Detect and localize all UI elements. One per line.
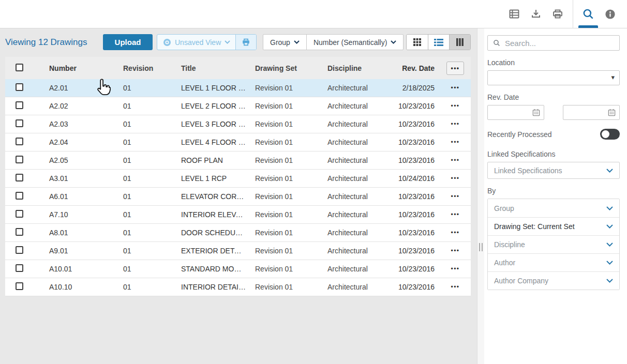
column-header-discipline[interactable]: Discipline: [318, 64, 376, 72]
drawing-log-icon[interactable]: [503, 0, 525, 28]
row-checkbox[interactable]: [16, 119, 23, 127]
list-view-button[interactable]: [428, 35, 449, 50]
cell-number[interactable]: A3.01: [36, 174, 114, 183]
row-actions-button[interactable]: •••: [451, 121, 459, 127]
by-filter-dropdown[interactable]: Drawing Set: Current Set: [488, 217, 619, 235]
cell-number[interactable]: A9.01: [36, 247, 114, 255]
cell-number[interactable]: A2.02: [36, 102, 114, 110]
cell-discipline: Architectural: [318, 174, 376, 183]
group-dropdown[interactable]: Group: [263, 35, 306, 50]
recently-processed-toggle[interactable]: [600, 129, 620, 140]
linked-specifications-dropdown[interactable]: Linked Specifications: [487, 162, 620, 179]
cell-number[interactable]: A2.01: [36, 84, 114, 92]
table-row[interactable]: A7.10 01 INTERIOR ELEVATIO... Revision 0…: [5, 206, 471, 224]
cell-title[interactable]: ROOF PLAN: [172, 156, 246, 164]
grid-view-icon: [413, 38, 422, 47]
info-icon[interactable]: [599, 0, 621, 28]
row-actions-button[interactable]: •••: [451, 85, 459, 91]
cell-number[interactable]: A2.05: [36, 156, 114, 164]
row-actions-button[interactable]: •••: [451, 211, 459, 218]
table-row[interactable]: A2.05 01 ROOF PLAN Revision 01 Architect…: [5, 151, 471, 170]
by-filter-dropdown[interactable]: Author: [488, 253, 619, 271]
table-options-button[interactable]: •••: [446, 62, 464, 75]
row-checkbox[interactable]: [16, 192, 23, 200]
rev-date-to-input[interactable]: [563, 105, 620, 120]
row-checkbox[interactable]: [16, 210, 23, 218]
cell-title[interactable]: LEVEL 4 FLOOR PLAN: [172, 138, 246, 146]
cell-title[interactable]: EXTERIOR DETAILS: [172, 247, 246, 255]
row-actions-button[interactable]: •••: [451, 248, 459, 254]
column-header-drawing-set[interactable]: Drawing Set: [246, 64, 318, 72]
row-actions-button[interactable]: •••: [451, 266, 459, 272]
table-row[interactable]: A2.04 01 LEVEL 4 FLOOR PLAN Revision 01 …: [5, 133, 471, 151]
row-actions-button[interactable]: •••: [451, 175, 459, 181]
column-header-revision[interactable]: Revision: [114, 64, 172, 72]
table-row[interactable]: A9.01 01 EXTERIOR DETAILS Revision 01 Ar…: [5, 242, 471, 260]
panel-resize-gutter[interactable]: [477, 28, 484, 364]
print-view-button[interactable]: [235, 35, 256, 50]
download-icon[interactable]: [525, 0, 547, 28]
search-icon[interactable]: [577, 0, 599, 28]
column-view-button[interactable]: [449, 35, 470, 50]
column-header-number[interactable]: Number: [36, 64, 114, 72]
cell-number[interactable]: A2.04: [36, 138, 114, 146]
row-checkbox[interactable]: [16, 264, 23, 272]
select-all-checkbox[interactable]: [16, 64, 23, 71]
table-row[interactable]: A2.01 01 LEVEL 1 FLOOR PLAN Revision 01 …: [5, 79, 471, 97]
table-row[interactable]: A3.01 01 LEVEL 1 RCP Revision 01 Archite…: [5, 170, 471, 188]
sort-dropdown[interactable]: Number (Semantically): [306, 35, 403, 50]
row-checkbox[interactable]: [16, 228, 23, 236]
print-icon[interactable]: [547, 0, 569, 28]
table-row[interactable]: A10.01 01 STANDARD MOUNTI... Revision 01…: [5, 260, 471, 278]
row-checkbox[interactable]: [16, 138, 23, 145]
calendar-icon: [608, 109, 616, 116]
cell-title[interactable]: INTERIOR DETAILS: [172, 283, 246, 291]
row-actions-button[interactable]: •••: [451, 284, 459, 290]
cell-number[interactable]: A8.01: [36, 229, 114, 237]
table-row[interactable]: A6.01 01 ELEVATOR CORE PL... Revision 01…: [5, 188, 471, 206]
cell-number[interactable]: A6.01: [36, 192, 114, 201]
by-filter-dropdown[interactable]: Group: [488, 199, 619, 217]
column-header-rev-date[interactable]: Rev. Date: [376, 64, 440, 72]
table-row[interactable]: A2.03 01 LEVEL 3 FLOOR PLAN Revision 01 …: [5, 115, 471, 133]
row-actions-button[interactable]: •••: [451, 193, 459, 200]
upload-button[interactable]: Upload: [103, 34, 153, 50]
row-checkbox[interactable]: [16, 101, 23, 109]
row-checkbox[interactable]: [16, 246, 23, 254]
cell-title[interactable]: ELEVATOR CORE PL...: [172, 192, 246, 201]
row-actions-button[interactable]: •••: [451, 103, 459, 109]
cell-title[interactable]: DOOR SCHEDULE A...: [172, 229, 246, 237]
rev-date-from-input[interactable]: [487, 105, 544, 120]
view-selector-button[interactable]: Unsaved View: [157, 35, 235, 50]
rev-date-range: [487, 105, 620, 120]
cell-title[interactable]: LEVEL 2 FLOOR PLAN: [172, 102, 246, 110]
cell-rev-date: 10/23/2016: [376, 138, 440, 146]
row-checkbox[interactable]: [16, 156, 23, 163]
cell-title[interactable]: LEVEL 1 FLOOR PLAN: [172, 84, 246, 92]
table-row[interactable]: A2.02 01 LEVEL 2 FLOOR PLAN Revision 01 …: [5, 97, 471, 115]
cell-title[interactable]: LEVEL 3 FLOOR PLAN: [172, 120, 246, 128]
cell-number[interactable]: A7.10: [36, 210, 114, 219]
cell-number[interactable]: A2.03: [36, 120, 114, 128]
table-row[interactable]: A10.10 01 INTERIOR DETAILS Revision 01 A…: [5, 278, 471, 296]
cell-number[interactable]: A10.10: [36, 283, 114, 291]
cell-revision: 01: [114, 229, 172, 237]
row-checkbox[interactable]: [16, 282, 23, 290]
column-header-title[interactable]: Title: [172, 64, 246, 72]
chevron-down-icon: [225, 40, 230, 44]
by-filter-dropdown[interactable]: Author Company: [488, 271, 619, 290]
table-row[interactable]: A8.01 01 DOOR SCHEDULE A... Revision 01 …: [5, 224, 471, 242]
row-checkbox[interactable]: [16, 83, 23, 91]
row-actions-button[interactable]: •••: [451, 139, 459, 145]
by-filter-dropdown[interactable]: Discipline: [488, 235, 619, 253]
grid-view-button[interactable]: [407, 35, 428, 50]
cell-title[interactable]: STANDARD MOUNTI...: [172, 265, 246, 273]
cell-title[interactable]: INTERIOR ELEVATIO...: [172, 210, 246, 219]
search-input[interactable]: [505, 39, 619, 48]
cell-title[interactable]: LEVEL 1 RCP: [172, 174, 246, 183]
row-actions-button[interactable]: •••: [451, 230, 459, 236]
location-select[interactable]: ▾: [487, 70, 620, 85]
row-checkbox[interactable]: [16, 174, 23, 181]
row-actions-button[interactable]: •••: [451, 157, 459, 163]
cell-number[interactable]: A10.01: [36, 265, 114, 273]
